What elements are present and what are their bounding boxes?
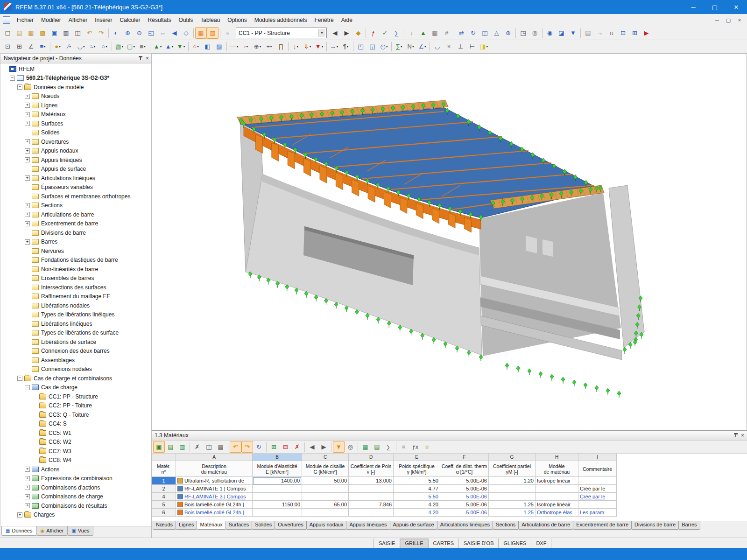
cell-b-row5[interactable]: 1150.00 [253, 501, 302, 509]
tree-item-fondations-elastiques-de-barre[interactable]: +Fondations élastiques de barre [0, 256, 151, 265]
tree-item-cc7-w3[interactable]: +CC7: W3 [0, 447, 151, 456]
menu-aide[interactable]: Aide [338, 14, 356, 26]
navigator-tab-donnees[interactable]: ▦Données [1, 526, 37, 536]
redo-button[interactable]: ↷ [95, 27, 107, 39]
tree-item-materiaux[interactable]: +Matériaux [0, 110, 151, 119]
units-settings-button[interactable]: π [606, 27, 617, 39]
new-node-button[interactable]: ●▾ [52, 41, 63, 52]
menu-inserer[interactable]: Insérer [91, 14, 116, 26]
cell-i-row4[interactable]: Créé par le [578, 493, 617, 501]
rotate-button[interactable]: ↻ [467, 27, 479, 39]
table-paste-button[interactable]: ▦ [215, 441, 226, 453]
tree-expander-icon[interactable]: + [25, 148, 30, 154]
next-load-case-button[interactable]: ▶ [341, 27, 352, 39]
cell-f-row4[interactable]: 5.00E-06 [440, 493, 489, 501]
tree-item-cc3-q-toiture[interactable]: +CC3: Q - Toiture [0, 410, 151, 420]
cell-b-row4[interactable] [253, 493, 302, 501]
tree-item-cas-de-charge-et-combinaisons[interactable]: −Cas de charge et combinaisons [0, 374, 151, 383]
tree-item-actions[interactable]: +Actions [0, 465, 151, 474]
new-surface-button[interactable]: ▧▾ [113, 41, 125, 52]
table-copy-button[interactable]: ◫ [203, 441, 215, 453]
tree-item-liberations-nodales[interactable]: +Libérations nodales [0, 301, 151, 310]
tree-item-epaisseurs-variables[interactable]: +Épaisseurs variables [0, 183, 151, 192]
tree-expander-icon[interactable]: + [25, 94, 30, 99]
sheet-tab-articulations-de-barre[interactable]: Articulations de barre [518, 521, 573, 530]
cell-f-row6[interactable]: 5.00E-06 [440, 509, 489, 517]
row-number-cell[interactable]: 5 [152, 501, 176, 509]
cell-c-row5[interactable]: 65.00 [302, 501, 349, 509]
show-mesh-button[interactable]: ▦ [429, 27, 441, 39]
visibility-invert-button[interactable]: ◲ [366, 41, 378, 52]
run-module-button[interactable]: ▶ [641, 27, 652, 39]
tree-item-expressions-de-combinaison[interactable]: +Expressions de combinaison [0, 474, 151, 483]
status-toggle-cartes[interactable]: CARTES [429, 539, 459, 548]
guidelines-button[interactable]: ≡▾ [37, 41, 49, 52]
new-member-button[interactable]: —▾ [228, 41, 240, 52]
tree-expander-icon[interactable]: + [17, 512, 22, 518]
cell-b-row6[interactable] [253, 509, 302, 517]
table-filter-button[interactable]: ▼ [333, 441, 345, 453]
cell-g-row4[interactable] [489, 493, 536, 501]
column-letter-F[interactable]: F [440, 454, 489, 461]
measure-button[interactable]: ∠▾ [416, 41, 428, 52]
numbering-button[interactable]: # [441, 27, 452, 39]
new-model-button[interactable]: ▢ [2, 27, 14, 39]
menu-options[interactable]: Options [224, 14, 250, 26]
combobox-caret-icon[interactable]: ▼ [318, 29, 325, 37]
cell-i-row1[interactable] [578, 477, 617, 485]
tree-item-barres[interactable]: +Barres [0, 238, 151, 247]
cell-d-row5[interactable]: 7.846 [349, 501, 394, 509]
table-find-button[interactable]: ◎ [345, 441, 356, 453]
tree-item-appuis-nodaux[interactable]: +Appuis nodaux [0, 147, 151, 156]
tree-expander-icon[interactable]: − [17, 376, 22, 381]
tree-item-560-21-telepherique-3s-g2-g3[interactable]: −560.21-Téléphérique 3S-G2-G3* [0, 74, 151, 83]
column-letter-H[interactable]: H [536, 454, 578, 461]
select-window-button[interactable]: ◳ [517, 27, 529, 39]
dimension-button[interactable]: ↔▾ [328, 41, 340, 52]
tree-item-appuis-lineiques[interactable]: +Appuis linéiques [0, 155, 151, 165]
cell-e-row2[interactable]: 4.77 [394, 485, 440, 493]
pan-view-button[interactable]: ↔ [157, 27, 169, 39]
new-solid-button[interactable]: ■▾ [137, 41, 148, 52]
column-letter-I[interactable]: I [578, 454, 617, 461]
menu-modifier[interactable]: Modifier [37, 14, 65, 26]
table-refresh-button[interactable]: ↻ [253, 441, 265, 453]
load-case-combobox[interactable]: CC1 - PP - Structure ▼ [236, 28, 327, 38]
export-excel-button[interactable]: ▤ [371, 441, 383, 453]
tree-item-liberations-de-surface[interactable]: +Libérations de surface [0, 337, 151, 347]
clipping-plane-button[interactable]: ◪ [556, 27, 567, 39]
row-number-cell[interactable]: 2 [152, 485, 176, 493]
user-views-button[interactable]: ▼ [567, 27, 579, 39]
undo-button[interactable]: ↶ [84, 27, 95, 39]
trim-button[interactable]: ⊥ [455, 41, 466, 52]
cell-g-row6[interactable]: 1.25 [489, 509, 536, 517]
renumber-button[interactable]: N▾ [405, 41, 416, 52]
tree-item-liberations-lineiques[interactable]: +Libérations linéiques [0, 319, 151, 329]
tree-expander-icon[interactable]: − [10, 76, 15, 81]
table-redo-button[interactable]: ↷ [241, 441, 253, 453]
cell-e-row4[interactable]: 5.50 [394, 493, 440, 501]
tree-item-cc8-w4[interactable]: +CC8: W4 [0, 456, 151, 465]
nodal-support-button[interactable]: ▲▾ [152, 41, 163, 52]
visibility-mode-button[interactable]: ◉ [544, 27, 556, 39]
tree-item-cc4-s[interactable]: +CC4: S [0, 420, 151, 429]
cell-i-row6[interactable]: Les param [578, 509, 617, 517]
tree-item-cas-de-charge[interactable]: −Cas de charge [0, 383, 151, 392]
tree-item-cc2-pp-toiture[interactable]: +CC2: PP - Toiture [0, 401, 151, 411]
sheet-tab-sections[interactable]: Sections [493, 521, 519, 530]
table-undo-button[interactable]: ↶ [230, 441, 241, 453]
status-toggle-glignes[interactable]: GLIGNES [499, 539, 531, 548]
tree-expander-icon[interactable]: + [25, 467, 30, 472]
tree-item-intersections-des-surfaces[interactable]: +Intersections des surfaces [0, 283, 151, 292]
cell-d-row1[interactable]: 13.000 [349, 477, 394, 485]
cell-description[interactable]: Bois lamellé-collé GL24h | [176, 509, 253, 517]
tree-item-excentrement-de-barre[interactable]: +Excentrement de barre [0, 219, 151, 229]
show-results-button[interactable]: ∑ [391, 27, 402, 39]
mdi-minimize-button[interactable]: ─ [712, 15, 723, 25]
sheet-tab-appuis-lineiques[interactable]: Appuis linéiques [346, 521, 390, 530]
new-circle-button[interactable]: ○▾ [99, 41, 110, 52]
cell-f-row5[interactable]: 5.00E-06 [440, 501, 489, 509]
table-close-icon[interactable]: × [741, 433, 744, 438]
tree-item-appuis-de-surface[interactable]: +Appuis de surface [0, 165, 151, 174]
navigator-toggle-button[interactable]: ▥ [207, 27, 218, 39]
